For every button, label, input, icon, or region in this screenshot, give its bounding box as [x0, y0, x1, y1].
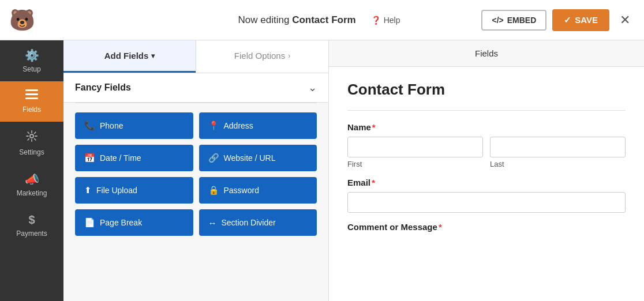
- help-button[interactable]: ❓ Help: [365, 12, 406, 28]
- pagebreak-icon: 📄: [84, 217, 95, 228]
- field-btn-datetime-label: Date / Time: [100, 153, 141, 163]
- top-bar: 🐻 Now editing Contact Form ❓ Help </> EM…: [0, 0, 644, 40]
- password-icon: 🔒: [208, 185, 219, 195]
- right-content: Fields Contact Form Name* First Last Ema…: [329, 40, 644, 301]
- fields-tab-header: Fields: [329, 40, 644, 67]
- sidebar-item-fields[interactable]: Fields: [0, 81, 63, 122]
- address-icon: 📍: [208, 121, 219, 131]
- datetime-icon: 📅: [84, 153, 95, 163]
- fileupload-icon: ⬆: [84, 185, 92, 195]
- sectiondivider-icon: ↔: [208, 218, 217, 228]
- field-btn-website-label: Website / URL: [224, 153, 276, 163]
- sidebar-item-marketing[interactable]: 📣 Marketing: [0, 164, 63, 205]
- svg-rect-0: [25, 89, 38, 91]
- sidebar-item-label-settings: Settings: [19, 148, 44, 156]
- middle-panel: Add Fields ▾ Field Options › Fancy Field…: [63, 40, 329, 301]
- form-name: Contact Form: [292, 14, 356, 25]
- sidebar-item-label-setup: Setup: [23, 65, 40, 73]
- checkmark-icon: ✓: [564, 15, 571, 25]
- tabs-row: Add Fields ▾ Field Options ›: [63, 40, 328, 73]
- tab-add-fields[interactable]: Add Fields ▾: [63, 40, 196, 73]
- close-button[interactable]: ✕: [615, 8, 635, 32]
- form-preview-panel: Contact Form Name* First Last Email* Com…: [329, 67, 644, 301]
- field-btn-website[interactable]: 🔗 Website / URL: [199, 145, 317, 171]
- field-btn-password-label: Password: [224, 186, 259, 195]
- fields-icon: [25, 89, 38, 103]
- sidebar-item-setup[interactable]: ⚙️ Setup: [0, 40, 63, 81]
- comment-field-label: Comment or Message*: [347, 222, 626, 232]
- name-first-input[interactable]: [347, 137, 483, 157]
- field-btn-phone-label: Phone: [100, 121, 123, 130]
- website-icon: 🔗: [208, 153, 219, 163]
- payments-icon: $: [28, 213, 35, 227]
- tab-field-options[interactable]: Field Options ›: [196, 40, 328, 73]
- field-btn-pagebreak[interactable]: 📄 Page Break: [75, 209, 193, 236]
- fancy-fields-collapse-icon: ⌄: [308, 81, 317, 94]
- embed-button[interactable]: </> EMBED: [481, 10, 546, 31]
- help-icon: ❓: [371, 16, 381, 25]
- name-required-star: *: [372, 122, 376, 132]
- name-field-label: Name*: [347, 122, 626, 132]
- save-label: SAVE: [575, 15, 598, 25]
- name-first-label: First: [347, 160, 483, 168]
- form-title-divider: [347, 110, 626, 111]
- sidebar-item-settings[interactable]: Settings: [0, 122, 63, 164]
- chevron-right-icon: ›: [288, 52, 290, 60]
- fields-grid: 📞 Phone 📍 Address 📅 Date / Time 🔗 Websit…: [63, 103, 328, 245]
- fancy-fields-label: Fancy Fields: [75, 82, 131, 93]
- email-required-star: *: [372, 178, 375, 187]
- embed-label: EMBED: [507, 16, 537, 25]
- form-title: Contact Form: [347, 81, 626, 99]
- help-label: Help: [384, 16, 400, 25]
- top-bar-center: Now editing Contact Form ❓ Help: [238, 12, 406, 28]
- svg-rect-2: [25, 97, 38, 99]
- name-inputs-row: [347, 137, 626, 157]
- logo-icon: 🐻: [9, 8, 35, 32]
- tab-field-options-label: Field Options: [234, 51, 285, 61]
- field-btn-sectiondivider[interactable]: ↔ Section Divider: [199, 209, 317, 236]
- main-layout: ⚙️ Setup Fields Settings 📣: [0, 40, 644, 301]
- sidebar-item-label-payments: Payments: [16, 229, 47, 238]
- top-bar-actions: </> EMBED ✓ SAVE ✕: [481, 8, 635, 32]
- fancy-fields-header[interactable]: Fancy Fields ⌄: [63, 73, 328, 103]
- name-last-input[interactable]: [490, 137, 626, 157]
- embed-icon: </>: [492, 16, 503, 25]
- email-field-label: Email*: [347, 178, 626, 187]
- marketing-icon: 📣: [25, 172, 39, 186]
- setup-icon: ⚙️: [25, 48, 39, 62]
- field-btn-phone[interactable]: 📞 Phone: [75, 112, 193, 139]
- name-sub-labels: First Last: [347, 160, 626, 168]
- field-btn-fileupload-label: File Upload: [96, 186, 137, 195]
- phone-icon: 📞: [84, 121, 95, 131]
- field-btn-pagebreak-label: Page Break: [100, 218, 142, 227]
- editing-prefix: Now editing: [238, 14, 293, 25]
- field-btn-address[interactable]: 📍 Address: [199, 112, 317, 139]
- editing-label: Now editing Contact Form: [238, 14, 356, 26]
- sidebar-item-label-marketing: Marketing: [17, 189, 47, 197]
- chevron-down-icon: ▾: [151, 52, 155, 60]
- save-button[interactable]: ✓ SAVE: [552, 9, 609, 31]
- sidebar-item-label-fields: Fields: [23, 106, 41, 114]
- tab-add-fields-label: Add Fields: [104, 51, 149, 61]
- name-last-label: Last: [490, 160, 626, 168]
- email-input[interactable]: [347, 192, 626, 213]
- settings-icon: [25, 130, 38, 145]
- field-btn-fileupload[interactable]: ⬆ File Upload: [75, 177, 193, 204]
- field-btn-address-label: Address: [224, 121, 253, 130]
- comment-required-star: *: [439, 222, 442, 232]
- field-btn-datetime[interactable]: 📅 Date / Time: [75, 145, 193, 171]
- logo-area: 🐻: [9, 8, 44, 32]
- preview-tab-label: Fields: [475, 48, 498, 58]
- field-btn-sectiondivider-label: Section Divider: [222, 218, 276, 227]
- sidebar: ⚙️ Setup Fields Settings 📣: [0, 40, 63, 301]
- svg-rect-1: [25, 93, 38, 95]
- field-btn-password[interactable]: 🔒 Password: [199, 177, 317, 204]
- svg-point-3: [30, 134, 33, 138]
- sidebar-item-payments[interactable]: $ Payments: [0, 205, 63, 246]
